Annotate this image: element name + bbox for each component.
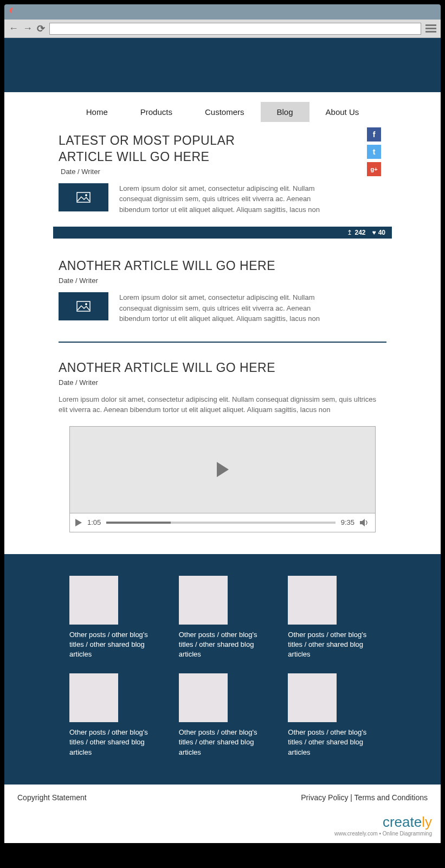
play-icon xyxy=(217,462,229,477)
video-progress[interactable] xyxy=(106,522,335,524)
grid-item[interactable]: Other posts / other blog's titles / othe… xyxy=(179,576,267,660)
grid-caption: Other posts / other blog's titles / othe… xyxy=(69,728,157,757)
browser-toolbar: ← → ⟳ xyxy=(4,20,441,38)
grid-caption: Other posts / other blog's titles / othe… xyxy=(69,630,157,660)
grid-item[interactable]: Other posts / other blog's titles / othe… xyxy=(288,673,376,757)
article1-meta: Date / Writer xyxy=(59,168,386,176)
main-nav: Home Products Customers Blog About Us xyxy=(4,92,441,127)
grid-thumbnail xyxy=(179,576,228,625)
grid-item[interactable]: Other posts / other blog's titles / othe… xyxy=(288,576,376,660)
browser-tab-bar xyxy=(4,4,441,20)
grid-thumbnail xyxy=(288,673,337,722)
article2-title: ANOTHER ARTICLE WILL GO HERE xyxy=(59,258,386,274)
creately-logo[interactable]: creately xyxy=(13,814,432,831)
grid-thumbnail xyxy=(179,673,228,722)
brand-tagline: www.creately.com • Online Diagramming xyxy=(13,831,432,837)
svg-point-1 xyxy=(86,194,87,196)
grid-caption: Other posts / other blog's titles / othe… xyxy=(179,728,267,757)
grid-item[interactable]: Other posts / other blog's titles / othe… xyxy=(179,673,267,757)
article1-thumbnail[interactable] xyxy=(59,183,108,211)
nav-about[interactable]: About Us xyxy=(309,102,376,122)
video-screen[interactable] xyxy=(70,427,375,513)
video-player: 1:05 9:35 xyxy=(69,426,376,532)
terms-link[interactable]: Terms and Conditions xyxy=(354,793,428,802)
hero-banner xyxy=(4,38,441,92)
footer-bar: Copyright Statement Privacy Policy | Ter… xyxy=(4,785,441,811)
hamburger-icon[interactable] xyxy=(425,24,436,33)
svg-rect-0 xyxy=(77,192,90,202)
svg-point-3 xyxy=(86,304,87,305)
url-input[interactable] xyxy=(49,23,421,35)
article3-title: ANOTHER ARTICLE WILL GO HERE xyxy=(59,360,386,376)
article1-excerpt: Lorem ipsum dolor sit amet, consectetur … xyxy=(119,183,325,215)
related-posts-grid: Other posts / other blog's titles / othe… xyxy=(4,554,441,785)
nav-products[interactable]: Products xyxy=(124,102,189,122)
volume-icon[interactable] xyxy=(360,519,370,526)
facebook-icon[interactable]: f xyxy=(367,127,381,142)
brand-bar: creately www.creately.com • Online Diagr… xyxy=(4,811,441,843)
article2-thumbnail[interactable] xyxy=(59,292,108,320)
image-icon xyxy=(76,301,91,312)
video-time-current: 1:05 xyxy=(87,518,101,526)
grid-caption: Other posts / other blog's titles / othe… xyxy=(179,630,267,660)
video-controls: 1:05 9:35 xyxy=(70,513,375,532)
privacy-link[interactable]: Privacy Policy xyxy=(301,793,348,802)
googleplus-icon[interactable]: g+ xyxy=(367,162,381,176)
upload-count: 242 xyxy=(354,229,365,236)
grid-thumbnail xyxy=(288,576,337,625)
play-button-icon[interactable] xyxy=(75,519,82,526)
grid-caption: Other posts / other blog's titles / othe… xyxy=(288,630,376,660)
svg-rect-2 xyxy=(77,301,90,311)
nav-blog[interactable]: Blog xyxy=(261,102,309,122)
video-time-total: 9:35 xyxy=(341,518,354,526)
heart-icon: ♥ xyxy=(372,229,376,236)
browser-tab[interactable] xyxy=(12,7,50,20)
article-stats: ↥242 ♥40 xyxy=(53,227,392,239)
grid-thumbnail xyxy=(69,673,118,722)
article1-title: LATEST OR MOST POPULAR ARTICLE WILL GO H… xyxy=(59,133,254,165)
grid-thumbnail xyxy=(69,576,118,625)
article2-excerpt: Lorem ipsum dolor sit amet, consectetur … xyxy=(119,292,325,324)
nav-customers[interactable]: Customers xyxy=(189,102,261,122)
grid-item[interactable]: Other posts / other blog's titles / othe… xyxy=(69,673,157,757)
social-share: f t g+ xyxy=(367,127,381,176)
grid-item[interactable]: Other posts / other blog's titles / othe… xyxy=(69,576,157,660)
grid-caption: Other posts / other blog's titles / othe… xyxy=(288,728,376,757)
nav-home[interactable]: Home xyxy=(70,102,124,122)
image-icon xyxy=(76,192,91,203)
article2-meta: Date / Writer xyxy=(59,277,386,285)
footer-sep: | xyxy=(348,793,354,802)
divider xyxy=(59,342,386,343)
svg-marker-4 xyxy=(360,519,365,526)
back-icon[interactable]: ← xyxy=(9,23,18,34)
like-count: 40 xyxy=(378,229,385,236)
copyright-text: Copyright Statement xyxy=(17,793,87,802)
upload-icon: ↥ xyxy=(347,229,352,236)
reload-icon[interactable]: ⟳ xyxy=(37,23,45,35)
forward-icon[interactable]: → xyxy=(23,23,33,34)
article3-excerpt: Lorem ipsum dolor sit amet, consectetur … xyxy=(59,394,386,415)
twitter-icon[interactable]: t xyxy=(367,145,381,159)
article3-meta: Date / Writer xyxy=(59,378,386,387)
